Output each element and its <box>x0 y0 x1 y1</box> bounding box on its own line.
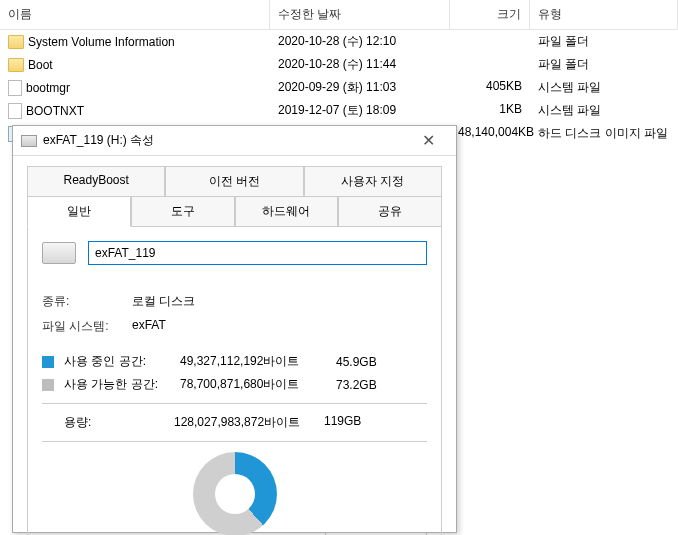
file-size: 405KB <box>450 77 530 98</box>
tab-tools[interactable]: 도구 <box>131 196 235 227</box>
file-size: 1KB <box>450 100 530 121</box>
file-row[interactable]: bootmgr2020-09-29 (화) 11:03405KB시스템 파일 <box>0 76 678 99</box>
type-label: 종류: <box>42 293 132 310</box>
tab-panel-general: 종류: 로컬 디스크 파일 시스템: exFAT 사용 중인 공간: 49,32… <box>27 227 442 535</box>
file-date: 2020-10-28 (수) 11:44 <box>270 54 450 75</box>
drive-name-input[interactable] <box>88 241 427 265</box>
file-date: 2020-09-29 (화) 11:03 <box>270 77 450 98</box>
header-size[interactable]: 크기 <box>450 0 530 29</box>
file-icon <box>8 80 22 96</box>
file-size: 48,140,004KB <box>450 123 530 144</box>
dialog-title: exFAT_119 (H:) 속성 <box>43 132 408 149</box>
file-list: 이름 수정한 날짜 크기 유형 System Volume Informatio… <box>0 0 678 145</box>
free-space-bytes: 78,700,871,680바이트 <box>180 376 330 393</box>
used-space-readable: 45.9GB <box>336 355 406 369</box>
header-type[interactable]: 유형 <box>530 0 678 29</box>
file-date: 2019-12-07 (토) 18:09 <box>270 100 450 121</box>
file-type: 시스템 파일 <box>530 100 678 121</box>
file-date: 2020-10-28 (수) 12:10 <box>270 31 450 52</box>
file-type: 시스템 파일 <box>530 77 678 98</box>
file-type: 파일 폴더 <box>530 31 678 52</box>
drive-icon <box>21 135 37 147</box>
file-name: System Volume Information <box>28 35 175 49</box>
file-name: bootmgr <box>26 81 70 95</box>
properties-dialog: exFAT_119 (H:) 속성 ✕ ReadyBoost 이전 버전 사용자… <box>12 125 457 533</box>
file-row[interactable]: Boot2020-10-28 (수) 11:44파일 폴더 <box>0 53 678 76</box>
file-type: 파일 폴더 <box>530 54 678 75</box>
free-space-label: 사용 가능한 공간: <box>64 376 174 393</box>
filesystem-value: exFAT <box>132 318 427 335</box>
file-row[interactable]: BOOTNXT2019-12-07 (토) 18:091KB시스템 파일 <box>0 99 678 122</box>
folder-icon <box>8 58 24 72</box>
file-type: 하드 디스크 이미지 파일 <box>530 123 678 144</box>
tab-hardware[interactable]: 하드웨어 <box>235 196 339 227</box>
dialog-titlebar[interactable]: exFAT_119 (H:) 속성 ✕ <box>13 126 456 156</box>
capacity-bytes: 128,027,983,872바이트 <box>174 414 324 431</box>
tab-readyboost[interactable]: ReadyBoost <box>27 166 165 197</box>
file-size <box>450 31 530 52</box>
header-date[interactable]: 수정한 날짜 <box>270 0 450 29</box>
close-icon[interactable]: ✕ <box>408 131 448 150</box>
used-space-bytes: 49,327,112,192바이트 <box>180 353 330 370</box>
filesystem-label: 파일 시스템: <box>42 318 132 335</box>
file-list-header: 이름 수정한 날짜 크기 유형 <box>0 0 678 30</box>
free-space-swatch <box>42 379 54 391</box>
file-row[interactable]: System Volume Information2020-10-28 (수) … <box>0 30 678 53</box>
tabs-row-1: ReadyBoost 이전 버전 사용자 지정 <box>27 166 442 197</box>
capacity-readable: 119GB <box>324 414 394 431</box>
file-icon <box>8 103 22 119</box>
folder-icon <box>8 35 24 49</box>
tab-general[interactable]: 일반 <box>27 196 131 227</box>
file-name: Boot <box>28 58 53 72</box>
tab-previous-versions[interactable]: 이전 버전 <box>165 166 303 197</box>
disk-usage-chart <box>193 452 277 535</box>
free-space-readable: 73.2GB <box>336 378 406 392</box>
file-size <box>450 54 530 75</box>
used-space-swatch <box>42 356 54 368</box>
file-name: BOOTNXT <box>26 104 84 118</box>
used-space-label: 사용 중인 공간: <box>64 353 174 370</box>
drive-large-icon <box>42 242 76 264</box>
tabs-row-2: 일반 도구 하드웨어 공유 <box>27 196 442 227</box>
tab-customize[interactable]: 사용자 지정 <box>304 166 442 197</box>
header-name[interactable]: 이름 <box>0 0 270 29</box>
tab-sharing[interactable]: 공유 <box>338 196 442 227</box>
type-value: 로컬 디스크 <box>132 293 427 310</box>
capacity-label: 용량: <box>42 414 174 431</box>
